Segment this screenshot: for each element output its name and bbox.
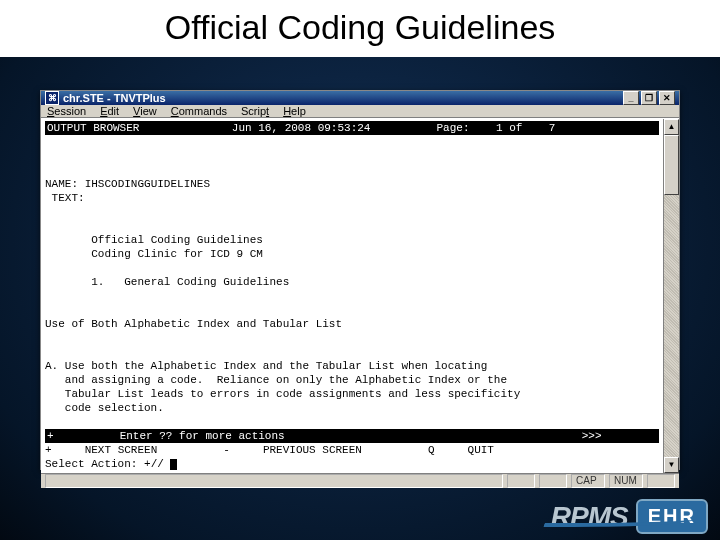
status-num: NUM [609,474,643,488]
name-label: NAME: [45,178,78,190]
para-a-1: A. Use both the Alphabetic Index and the… [45,360,487,372]
terminal-window: ⌘ chr.STE - TNVTPlus _ ❐ ✕ SSessionessio… [40,90,680,470]
nav-row: + NEXT SCREEN - PREVIOUS SCREEN Q QUIT [45,444,494,456]
name-value: IHSCODINGGUIDELINES [85,178,210,190]
prompt-value[interactable]: +// [144,458,164,470]
close-button[interactable]: ✕ [659,91,675,105]
text-label: TEXT: [52,192,85,204]
scroll-track[interactable] [664,135,679,457]
para-a-2: and assigning a code. Reliance on only t… [45,374,507,386]
prompt-label: Select Action: [45,458,137,470]
status-cap: CAP [571,474,605,488]
body-line-1: Official Coding Guidelines [91,234,263,246]
scroll-up-button[interactable]: ▲ [664,119,679,135]
rpms-logo: RPMS [551,501,628,533]
body-line-3: 1. General Coding Guidelines [91,276,289,288]
cursor-icon [170,459,177,470]
status-panel-main [45,474,503,488]
status-panel-5 [647,474,675,488]
menu-help[interactable]: HelpHelp [283,105,306,117]
statusbar: CAP NUM [41,473,679,488]
brand-footer: RPMS EHR [551,499,708,534]
menu-session[interactable]: SSessionession [47,105,86,117]
slide-title: Official Coding Guidelines [0,0,720,57]
restore-button[interactable]: ❐ [641,91,657,105]
status-panel-2 [539,474,567,488]
titlebar[interactable]: ⌘ chr.STE - TNVTPlus _ ❐ ✕ [41,91,679,105]
app-icon: ⌘ [45,91,59,105]
term-footer-hint: + Enter ?? for more actions >>> [45,429,659,443]
terminal-output[interactable]: OUTPUT BROWSER Jun 16, 2008 09:53:24 Pag… [41,119,663,473]
window-title: chr.STE - TNVTPlus [63,92,623,104]
menu-script[interactable]: ScriptScript [241,105,269,117]
minimize-button[interactable]: _ [623,91,639,105]
menu-view[interactable]: ViewView [133,105,157,117]
scroll-thumb[interactable] [664,135,679,195]
para-a-3: Tabular List leads to errors in code ass… [45,388,520,400]
status-panel-1 [507,474,535,488]
menu-edit[interactable]: EditEdit [100,105,119,117]
para-a-4: code selection. [45,402,164,414]
menubar: SSessionession EditEdit ViewView Command… [41,105,679,118]
scrollbar[interactable]: ▲ ▼ [663,119,679,473]
term-header: OUTPUT BROWSER Jun 16, 2008 09:53:24 Pag… [45,121,659,135]
scroll-down-button[interactable]: ▼ [664,457,679,473]
section-header: Use of Both Alphabetic Index and Tabular… [45,318,342,330]
body-line-2: Coding Clinic for ICD 9 CM [91,248,263,260]
menu-commands[interactable]: CommandsCommands [171,105,227,117]
